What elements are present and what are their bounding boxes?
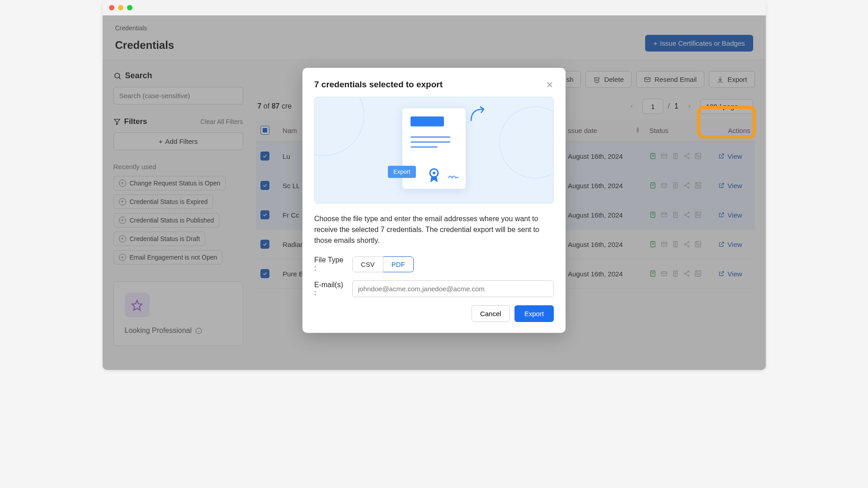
emails-input[interactable] (352, 280, 554, 297)
modal-cancel-button[interactable]: Cancel (472, 305, 510, 322)
illus-export-tag: Export (388, 166, 416, 178)
modal-export-button[interactable]: Export (514, 305, 554, 322)
emails-label: E-mail(s) : (314, 281, 347, 297)
pdf-option[interactable]: PDF (383, 256, 414, 272)
titlebar (103, 0, 766, 15)
file-type-segment: CSV PDF (352, 256, 414, 272)
app-window: Credentials Credentials + Issue Certific… (103, 0, 766, 370)
modal-close-button[interactable] (546, 81, 554, 89)
modal-description: Choose the file type and enter the email… (314, 213, 554, 246)
csv-option[interactable]: CSV (352, 256, 383, 272)
svg-point-91 (433, 171, 435, 174)
export-modal: 7 credentials selected to export (302, 68, 566, 333)
close-icon (546, 81, 554, 89)
modal-illustration: Export (314, 97, 554, 204)
window-min-dot[interactable] (118, 5, 123, 10)
file-type-label: File Type : (314, 256, 347, 272)
window-max-dot[interactable] (127, 5, 132, 10)
app-body: Credentials Credentials + Issue Certific… (103, 15, 766, 370)
modal-title: 7 credentials selected to export (314, 80, 443, 90)
window-close-dot[interactable] (109, 5, 114, 10)
